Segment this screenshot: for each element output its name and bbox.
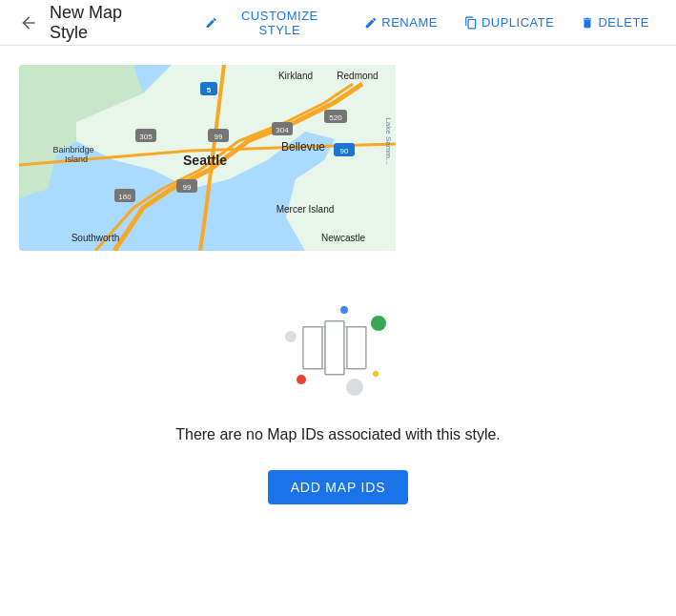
svg-text:305: 305 [139,133,153,141]
svg-text:Newcastle: Newcastle [321,233,366,243]
svg-text:Kirkland: Kirkland [278,71,313,81]
fold-map-icon [301,319,366,380]
svg-text:Lake Samm...: Lake Samm... [384,117,393,164]
dot-gray2 [346,379,363,396]
dot-yellow [373,371,379,377]
empty-message: There are no Map IDs associated with thi… [175,426,501,443]
customize-style-button[interactable]: CUSTOMIZE STYLE [194,3,349,43]
header-actions: CUSTOMIZE STYLE RENAME DUPLICATE DELETE [194,3,661,43]
rename-button[interactable]: RENAME [353,10,449,35]
svg-text:99: 99 [183,183,192,192]
svg-text:Seattle: Seattle [183,153,227,168]
svg-text:Southworth: Southworth [72,233,120,243]
svg-text:160: 160 [118,193,132,201]
duplicate-button[interactable]: DUPLICATE [453,10,566,35]
svg-rect-33 [324,321,343,375]
svg-text:304: 304 [276,126,289,134]
svg-text:90: 90 [340,147,349,155]
customize-label: CUSTOMIZE STYLE [221,9,338,37]
svg-text:99: 99 [215,133,223,141]
duplicate-label: DUPLICATE [481,15,555,30]
svg-text:Bellevue: Bellevue [281,140,325,154]
svg-text:Redmond: Redmond [337,71,378,81]
svg-text:520: 520 [329,113,342,122]
map-illustration [281,289,396,403]
svg-rect-32 [302,327,321,369]
svg-text:Island: Island [65,154,88,164]
rename-label: RENAME [381,15,438,30]
delete-button[interactable]: DELETE [569,10,661,35]
empty-state: There are no Map IDs associated with thi… [19,251,657,524]
back-button[interactable] [15,10,42,36]
main-content: 5 305 99 520 90 99 304 160 Bainbridge Is… [0,46,676,543]
dot-blue [340,306,348,314]
page-header: New Map Style CUSTOMIZE STYLE RENAME DUP… [0,0,676,46]
map-preview: 5 305 99 520 90 99 304 160 Bainbridge Is… [19,65,396,251]
svg-text:Bainbridge: Bainbridge [52,145,93,154]
svg-text:5: 5 [207,86,212,94]
dot-gray [285,331,297,342]
dot-green [371,316,386,331]
delete-label: DELETE [598,15,649,30]
svg-rect-34 [346,327,365,369]
page-title: New Map Style [50,3,163,43]
svg-text:Mercer Island: Mercer Island [277,204,335,215]
add-map-ids-button[interactable]: ADD MAP IDS [268,470,409,504]
